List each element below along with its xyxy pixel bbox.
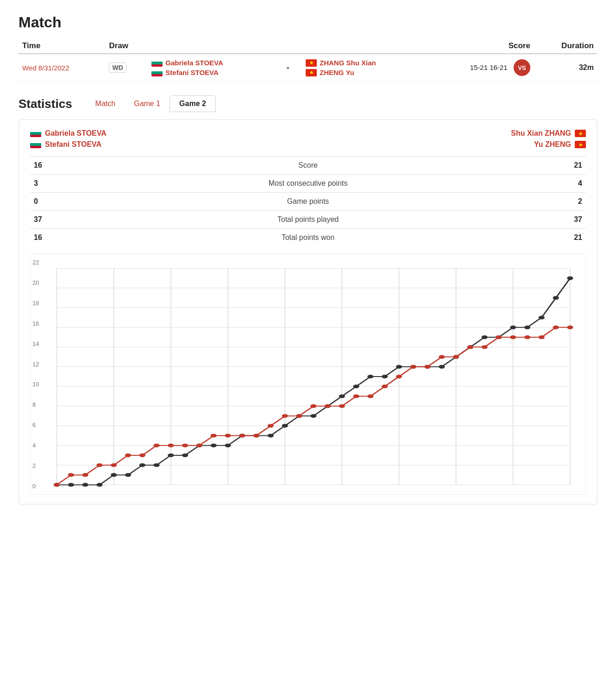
svg-point-62 xyxy=(96,463,102,467)
stat-val-right: 4 xyxy=(549,175,586,193)
svg-point-27 xyxy=(125,473,131,477)
stat-val-right: 21 xyxy=(549,229,586,247)
stats-player1-left: Gabriela STOEVA xyxy=(30,129,107,138)
col-time: Time xyxy=(19,38,105,54)
svg-point-69 xyxy=(196,444,202,447)
stats-player1-right: ★ Shu Xian ZHANG xyxy=(511,129,586,138)
stat-label: Game points xyxy=(67,193,549,211)
stat-val-left: 3 xyxy=(30,175,67,193)
svg-point-83 xyxy=(396,375,402,378)
svg-point-30 xyxy=(168,453,174,457)
svg-point-37 xyxy=(268,434,274,437)
svg-point-68 xyxy=(182,444,188,447)
flag-bulgaria-1 xyxy=(151,59,163,67)
svg-point-78 xyxy=(325,404,331,408)
match-table: Time Draw Score Duration Wed 8/31/2022 W… xyxy=(19,38,597,82)
stat-row: 3 Most consecutive points 4 xyxy=(30,175,586,193)
y-label: 20 xyxy=(32,279,39,286)
vs-badge: VS xyxy=(514,59,530,76)
stats-right-player1-name: Shu Xian ZHANG xyxy=(511,129,571,138)
stat-row: 37 Total points played 37 xyxy=(30,211,586,229)
svg-point-52 xyxy=(482,335,488,339)
svg-point-31 xyxy=(182,453,188,457)
y-label: 6 xyxy=(32,421,39,428)
svg-point-71 xyxy=(225,434,231,437)
stat-label: Score xyxy=(67,157,549,175)
svg-point-92 xyxy=(524,335,530,339)
flag-bulgaria-stats-1 xyxy=(30,130,41,137)
svg-point-58 xyxy=(567,276,573,280)
svg-point-79 xyxy=(339,404,345,408)
score-text: 15-21 16-21 xyxy=(470,63,508,71)
tab-match[interactable]: Match xyxy=(86,96,125,112)
svg-point-46 xyxy=(396,365,402,369)
svg-point-23 xyxy=(68,483,74,487)
svg-point-91 xyxy=(510,335,516,339)
flag-china-stats-1: ★ xyxy=(575,130,586,137)
stats-player2-right: ★ Yu ZHENG xyxy=(534,140,586,149)
svg-point-87 xyxy=(453,355,459,359)
stat-val-right: 2 xyxy=(549,193,586,211)
svg-point-59 xyxy=(54,483,60,487)
svg-point-74 xyxy=(268,424,274,428)
match-score: 15-21 16-21 VS xyxy=(426,54,534,82)
players-row: Gabriela STOEVA Stefani STOEVA ★ Shu Xia… xyxy=(30,129,586,149)
svg-point-67 xyxy=(168,444,174,447)
svg-point-38 xyxy=(282,424,288,428)
stat-val-right: 37 xyxy=(549,211,586,229)
svg-point-60 xyxy=(68,473,74,477)
flag-bulgaria-stats-2 xyxy=(30,141,41,148)
svg-point-29 xyxy=(153,463,159,467)
svg-point-45 xyxy=(382,375,388,378)
flag-bulgaria-2 xyxy=(151,69,163,76)
stat-val-left: 16 xyxy=(30,229,67,247)
page-title: Match xyxy=(19,14,597,31)
statistics-section: Statistics Match Game 1 Game 2 Gabriela … xyxy=(19,95,597,504)
stat-val-left: 37 xyxy=(30,211,67,229)
y-label: 0 xyxy=(32,483,39,490)
col-draw: Draw xyxy=(105,38,148,54)
svg-point-49 xyxy=(439,365,445,369)
player1-name1: Gabriela STOEVA xyxy=(165,59,223,67)
flag-china-2: ★ xyxy=(306,69,317,76)
svg-point-75 xyxy=(282,414,288,418)
svg-point-70 xyxy=(211,434,217,437)
svg-point-76 xyxy=(296,414,302,418)
y-label: 2 xyxy=(32,462,39,469)
player2-name1: ZHANG Shu Xian xyxy=(320,59,376,67)
svg-point-86 xyxy=(439,355,445,359)
y-label: 8 xyxy=(32,401,39,408)
match-row: Wed 8/31/2022 WD Gabriela STOEVA Stefani… xyxy=(19,54,597,82)
svg-point-88 xyxy=(467,345,473,349)
draw-badge: WD xyxy=(109,63,126,73)
players-right: ★ Shu Xian ZHANG ★ Yu ZHENG xyxy=(511,129,586,149)
tab-game2[interactable]: Game 2 xyxy=(170,95,216,112)
tab-game1[interactable]: Game 1 xyxy=(125,96,170,112)
match-draw: WD xyxy=(105,54,148,82)
flag-china-stats-2: ★ xyxy=(575,141,586,148)
stats-header-row: Statistics Match Game 1 Game 2 xyxy=(19,95,597,112)
match-player2: ★ ZHANG Shu Xian ★ ZHENG Yu xyxy=(302,54,426,82)
svg-point-94 xyxy=(553,326,559,329)
svg-point-85 xyxy=(424,365,430,369)
svg-point-89 xyxy=(482,345,488,349)
stat-row: 16 Score 21 xyxy=(30,157,586,175)
stat-label: Most consecutive points xyxy=(67,175,549,193)
stat-label: Total points won xyxy=(67,229,549,247)
svg-point-44 xyxy=(367,375,373,378)
col-players xyxy=(148,38,426,54)
flag-china-1: ★ xyxy=(306,59,317,67)
svg-point-57 xyxy=(553,296,559,300)
player2-name2: ZHENG Yu xyxy=(320,69,354,76)
svg-point-66 xyxy=(153,444,159,447)
stat-val-left: 0 xyxy=(30,193,67,211)
svg-point-84 xyxy=(410,365,416,369)
svg-point-63 xyxy=(111,463,117,467)
svg-point-56 xyxy=(539,315,545,319)
svg-point-42 xyxy=(339,394,345,398)
chart-svg xyxy=(49,259,585,494)
y-label: 14 xyxy=(32,340,39,347)
svg-point-64 xyxy=(125,453,131,457)
svg-point-81 xyxy=(367,394,373,398)
match-separator: - xyxy=(274,54,302,82)
